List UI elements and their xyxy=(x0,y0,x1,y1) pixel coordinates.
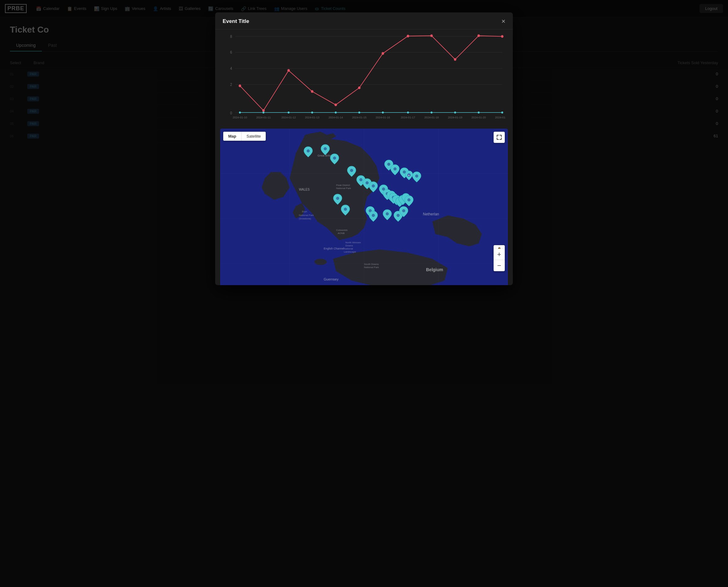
svg-point-39 xyxy=(358,87,361,89)
svg-text:AONB: AONB xyxy=(338,232,345,235)
svg-text:👁: 👁 xyxy=(408,174,410,177)
svg-point-44 xyxy=(477,34,480,37)
map-zoom-in-button[interactable]: + xyxy=(494,249,505,260)
svg-point-32 xyxy=(478,112,480,113)
svg-text:2024-01-13: 2024-01-13 xyxy=(305,116,319,119)
svg-point-24 xyxy=(288,112,290,113)
svg-point-102 xyxy=(386,212,389,215)
svg-text:Eryri: Eryri xyxy=(302,210,307,213)
modal-overlay[interactable]: Event Title × 8 6 4 2 0 2024-01-10 2024-… xyxy=(0,0,728,587)
svg-text:Cotswolds: Cotswolds xyxy=(336,229,347,232)
svg-text:National Park: National Park xyxy=(336,187,351,190)
svg-point-43 xyxy=(454,58,456,61)
svg-point-103 xyxy=(396,214,400,217)
svg-point-27 xyxy=(359,112,360,113)
line-chart: 8 6 4 2 0 2024-01-10 2024-01-11 2024-01-… xyxy=(223,34,505,121)
svg-point-30 xyxy=(431,112,433,113)
svg-text:2024-01-10: 2024-01-10 xyxy=(232,116,247,119)
svg-point-82 xyxy=(333,157,336,160)
map-tab-controls: Map Satellite xyxy=(223,132,266,141)
svg-text:Downs: Downs xyxy=(345,244,353,247)
svg-point-101 xyxy=(372,214,375,217)
svg-text:2024-01-20: 2024-01-20 xyxy=(472,116,486,119)
svg-text:2024-01-14: 2024-01-14 xyxy=(328,116,343,119)
map-fullscreen-button[interactable] xyxy=(494,132,505,143)
map-background: WALES Netherlan Belgium Guernsey Jersey … xyxy=(220,128,508,285)
map-container[interactable]: WALES Netherlan Belgium Guernsey Jersey … xyxy=(220,128,508,285)
modal-close-button[interactable]: × xyxy=(501,18,505,25)
svg-text:Belgium: Belgium xyxy=(426,267,443,272)
svg-point-90 xyxy=(359,178,362,181)
svg-point-36 xyxy=(288,69,290,72)
svg-text:Netherlan: Netherlan xyxy=(423,212,439,216)
svg-text:National Park: National Park xyxy=(299,214,314,217)
svg-point-98 xyxy=(336,197,339,200)
svg-point-31 xyxy=(454,112,456,113)
map-zoom-out-button[interactable]: − xyxy=(494,260,505,271)
svg-text:National: National xyxy=(344,247,353,250)
svg-point-26 xyxy=(335,112,337,113)
svg-text:6: 6 xyxy=(230,50,232,54)
svg-point-89 xyxy=(415,174,418,178)
svg-text:National Park: National Park xyxy=(364,266,379,269)
svg-point-81 xyxy=(324,147,327,150)
svg-point-25 xyxy=(311,112,313,113)
fullscreen-icon xyxy=(497,135,502,140)
svg-text:0: 0 xyxy=(230,111,232,115)
svg-point-42 xyxy=(430,34,433,37)
svg-point-97 xyxy=(407,198,410,202)
svg-point-99 xyxy=(344,208,347,211)
svg-text:(Snowdonia): (Snowdonia) xyxy=(299,217,311,220)
svg-point-84 xyxy=(350,169,353,172)
svg-point-34 xyxy=(239,85,241,87)
svg-point-85 xyxy=(393,167,396,170)
svg-text:Guernsey: Guernsey xyxy=(324,277,339,281)
modal-title: Event Title xyxy=(223,18,249,24)
chart-area: 8 6 4 2 0 2024-01-10 2024-01-11 2024-01-… xyxy=(215,29,513,128)
svg-point-92 xyxy=(372,184,375,188)
svg-text:2024-01-17: 2024-01-17 xyxy=(401,116,415,119)
svg-text:Landscape: Landscape xyxy=(344,251,356,253)
svg-point-40 xyxy=(382,52,384,55)
svg-text:4: 4 xyxy=(230,67,232,70)
svg-text:2024-01-19: 2024-01-19 xyxy=(448,116,462,119)
svg-text:South Downs: South Downs xyxy=(364,263,379,266)
svg-text:2024-01-12: 2024-01-12 xyxy=(281,116,296,119)
svg-point-80 xyxy=(306,149,310,152)
svg-text:2024-01-18: 2024-01-18 xyxy=(425,116,439,119)
modal-header: Event Title × xyxy=(215,13,513,29)
svg-text:2024-01-21: 2024-01-21 xyxy=(495,116,505,119)
svg-point-38 xyxy=(335,103,337,106)
map-tab-satellite[interactable]: Satellite xyxy=(242,132,266,141)
svg-point-28 xyxy=(382,112,384,113)
svg-text:WALES: WALES xyxy=(299,188,310,191)
svg-point-83 xyxy=(387,163,390,166)
svg-text:North Wessex: North Wessex xyxy=(345,241,361,244)
svg-text:2024-01-11: 2024-01-11 xyxy=(256,116,271,119)
svg-point-104 xyxy=(402,209,405,212)
svg-point-45 xyxy=(501,35,503,38)
svg-point-91 xyxy=(366,181,369,184)
map-zoom-controls: + − xyxy=(494,249,505,271)
svg-text:English Channel: English Channel xyxy=(324,247,344,250)
svg-point-22 xyxy=(239,112,241,113)
map-tab-map[interactable]: Map xyxy=(223,132,242,141)
event-modal: Event Title × 8 6 4 2 0 2024-01-10 2024-… xyxy=(215,13,513,285)
svg-point-37 xyxy=(311,90,314,93)
svg-text:Peak District: Peak District xyxy=(336,184,350,187)
svg-text:8: 8 xyxy=(230,34,232,38)
svg-text:2024-01-15: 2024-01-15 xyxy=(352,116,366,119)
svg-point-53 xyxy=(314,259,327,265)
svg-text:2024-01-16: 2024-01-16 xyxy=(376,116,390,119)
svg-point-29 xyxy=(407,112,409,113)
svg-point-35 xyxy=(262,109,265,112)
svg-text:2: 2 xyxy=(230,83,232,87)
svg-point-33 xyxy=(501,112,503,113)
svg-point-41 xyxy=(407,35,409,38)
